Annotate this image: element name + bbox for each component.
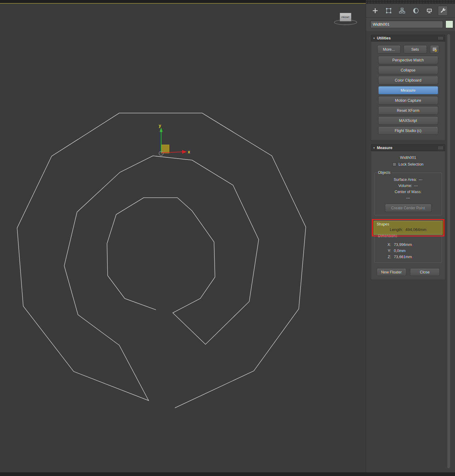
dimension-y-label: Y: xyxy=(386,249,391,253)
utilities-top-row: More... Sets xyxy=(371,45,445,53)
viewcube-front-label: FRONT xyxy=(342,16,350,18)
length-row: Length:494,064mm xyxy=(375,226,441,232)
hierarchy-icon xyxy=(399,7,405,14)
tab-display[interactable] xyxy=(424,6,434,16)
command-panel: ▾ Utilities More... Sets xyxy=(366,0,455,472)
create-plus-icon xyxy=(372,7,379,14)
lock-selection-checkbox[interactable] xyxy=(393,163,396,166)
list-gear-icon xyxy=(432,47,437,52)
motion-icon xyxy=(412,7,419,14)
display-monitor-icon xyxy=(426,7,433,14)
configure-button-sets-button[interactable] xyxy=(430,45,439,53)
axis-label-y: y xyxy=(159,123,161,128)
utilities-rollout-body: More... Sets Perspective Match Collapse xyxy=(371,42,445,141)
x-axis-arrowhead-icon xyxy=(182,150,187,154)
length-value: 494,064mm xyxy=(405,227,427,232)
object-name-input[interactable] xyxy=(370,20,443,28)
tab-create[interactable] xyxy=(370,6,380,16)
rollouts-area: ▾ Utilities More... Sets xyxy=(366,31,455,280)
dimension-row-x: X:73,996mm xyxy=(376,242,440,248)
application-window: y x FRONT xyxy=(0,0,455,476)
volume-row: Volume:--- xyxy=(376,183,440,189)
viewport-top-strip xyxy=(0,0,366,3)
dimensions-group: Dimensions X:73,996mm Y:0,0mm Z:73,661mm xyxy=(374,236,442,263)
dimension-x-value: 73,996mm xyxy=(394,243,412,247)
tab-hierarchy[interactable] xyxy=(397,6,407,16)
viewcube-front-face[interactable]: FRONT xyxy=(340,13,351,21)
reset-xform-button[interactable]: Reset XForm xyxy=(378,106,438,115)
axis-gizmo: y x xyxy=(159,123,190,156)
shapes-annotation: Shapes Length:494,064mm xyxy=(372,219,444,236)
center-of-mass-row: Center of Mass: xyxy=(376,189,440,195)
center-of-mass-value: --- xyxy=(406,196,410,200)
volume-label: Volume: xyxy=(398,184,412,188)
modify-icon xyxy=(385,7,392,14)
measure-button[interactable]: Measure xyxy=(378,86,438,94)
new-floater-button[interactable]: New Floater xyxy=(377,268,406,276)
shapes-group-title: Shapes xyxy=(375,222,441,226)
collapse-button[interactable]: Collapse xyxy=(378,66,438,74)
surface-area-value: --- xyxy=(419,178,423,182)
color-clipboard-button[interactable]: Color Clipboard xyxy=(378,76,438,84)
lock-selection-label: Lock Selection xyxy=(398,162,423,167)
utilities-rollout: ▾ Utilities More... Sets xyxy=(371,35,445,141)
viewport-canvas[interactable]: y x FRONT xyxy=(0,3,366,472)
utilities-rollout-header[interactable]: ▾ Utilities xyxy=(371,35,445,42)
measure-rollout-title: Measure xyxy=(377,146,393,150)
dimension-z-value: 73,661mm xyxy=(394,255,412,259)
close-button[interactable]: Close xyxy=(410,268,440,276)
dimension-row-z: Z:73,661mm xyxy=(376,254,440,260)
shapes-group: Shapes Length:494,064mm xyxy=(374,221,442,235)
length-label: Length: xyxy=(390,227,403,232)
utilities-wrench-icon xyxy=(439,7,446,14)
center-of-mass-value-row: --- xyxy=(376,195,440,201)
y-axis-arrowhead-icon xyxy=(160,127,163,132)
dimension-x-label: X: xyxy=(386,243,391,247)
tab-utilities[interactable] xyxy=(438,6,448,16)
viewcube[interactable]: FRONT xyxy=(333,11,358,27)
measure-footer-row: New Floater Close xyxy=(371,268,445,276)
rollout-grip-icon[interactable] xyxy=(438,37,443,40)
sets-button[interactable]: Sets xyxy=(404,45,427,53)
objects-group: Objects Surface Area:--- Volume:--- Cent… xyxy=(374,173,442,215)
create-center-point-button: Create Center Point xyxy=(385,204,431,212)
collapse-arrow-icon: ▾ xyxy=(373,37,375,40)
bottom-edge-strip xyxy=(0,472,455,476)
tab-modify[interactable] xyxy=(384,6,394,16)
axis-label-x: x xyxy=(188,149,190,154)
measure-rollout-header[interactable]: ▾ Measure xyxy=(371,144,445,151)
utilities-rollout-title: Utilities xyxy=(377,36,391,40)
panel-scrollbar[interactable] xyxy=(447,34,450,468)
motion-capture-button[interactable]: Motion Capture xyxy=(378,96,438,104)
object-name-row xyxy=(366,18,455,31)
maxscript-button[interactable]: MAXScript xyxy=(378,116,438,125)
objects-group-title: Objects xyxy=(377,170,392,175)
lock-selection-row: Lock Selection xyxy=(371,160,445,169)
tab-motion[interactable] xyxy=(411,6,421,16)
volume-value: --- xyxy=(414,184,418,188)
surface-area-label: Surface Area: xyxy=(394,178,417,182)
dimension-y-value: 0,0mm xyxy=(394,249,405,253)
dimension-z-label: Z: xyxy=(386,255,391,259)
surface-area-row: Surface Area:--- xyxy=(376,177,440,183)
viewport-drawing: y x xyxy=(0,4,366,473)
flight-studio-button[interactable]: Flight Studio (c) xyxy=(378,126,438,135)
measure-rollout: ▾ Measure Width001 Lock Selection Object… xyxy=(371,144,445,280)
spiral-polyline xyxy=(17,113,306,408)
more-button[interactable]: More... xyxy=(377,45,401,53)
perspective-match-button[interactable]: Perspective Match xyxy=(378,56,438,64)
center-of-mass-label: Center of Mass: xyxy=(394,190,421,194)
collapse-arrow-icon: ▾ xyxy=(373,146,375,149)
object-color-swatch[interactable] xyxy=(446,20,453,28)
rollout-grip-icon[interactable] xyxy=(438,146,443,149)
panel-grip-strip xyxy=(366,0,455,4)
dimension-row-y: Y:0,0mm xyxy=(376,248,440,254)
command-panel-tabs xyxy=(366,4,455,18)
measure-rollout-body: Width001 Lock Selection Objects Surface … xyxy=(371,151,445,280)
measured-object-name: Width001 xyxy=(371,154,445,160)
